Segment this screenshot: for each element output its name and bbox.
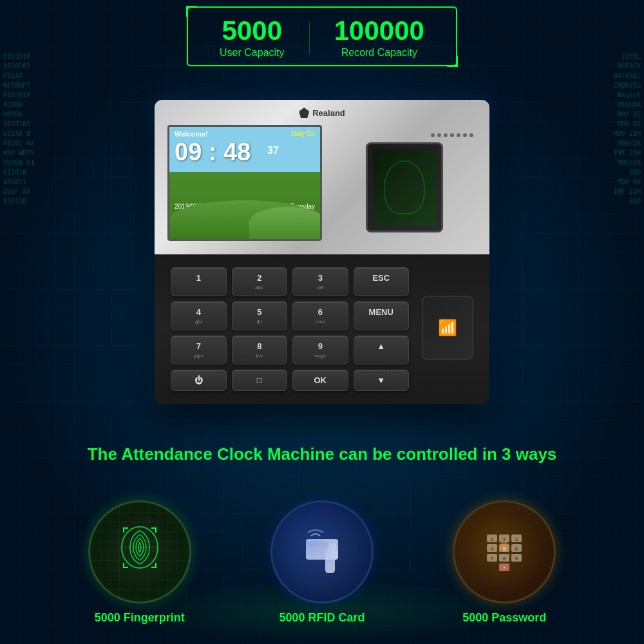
features-section: 5000 Fingerprint 5000 RFID Card: [48, 500, 596, 625]
feature-password: 1 2 3 4 5 6 7 8 9 * 5000 Password: [453, 500, 556, 625]
fp-dot-4: [450, 133, 454, 137]
password-circle: 1 2 3 4 5 6 7 8 9 *: [453, 500, 556, 603]
key-esc[interactable]: ESC: [354, 267, 410, 296]
fp-grid-svg: [90, 502, 190, 602]
key-3[interactable]: 3def: [292, 267, 348, 296]
fp-indicator-dots: [431, 133, 473, 137]
rfid-reader: 📶: [422, 296, 473, 360]
screen-seconds: 37: [267, 145, 279, 156]
record-capacity-number: 100000: [334, 17, 424, 44]
brand-area: Realand: [299, 108, 345, 118]
key-up[interactable]: ▲: [354, 336, 410, 365]
fp-dot-5: [457, 133, 460, 137]
user-capacity-item: 5000 User Capacity: [220, 17, 284, 59]
fp-dot-2: [437, 133, 441, 137]
capacity-box: 5000 User Capacity 100000 Record Capacit…: [187, 6, 457, 66]
fp-dot-6: [463, 133, 467, 137]
screen-welcome-text: Welcome!: [175, 130, 208, 138]
screen-duty-text: Duty On: [291, 130, 315, 137]
record-capacity-item: 100000 Record Capacity: [334, 17, 424, 59]
key-power[interactable]: ⏻: [171, 370, 227, 391]
password-label: 5000 Password: [462, 611, 546, 625]
fp-dot-1: [431, 133, 435, 137]
user-capacity-number: 5000: [222, 17, 282, 44]
record-capacity-label: Record Capacity: [341, 47, 417, 59]
fingerprint-sensor[interactable]: [366, 142, 443, 232]
brand-name: Realand: [312, 108, 345, 118]
code-overlay-right: IDEALDSFACKDATASECCODESEGBeginlDFOUAXROY…: [538, 52, 641, 206]
pw-glow: [455, 502, 554, 601]
fp-dot-3: [444, 133, 448, 137]
keypad: 1 2abc 3def ESC 4ghi 5jkl 6mno MENU 7pqr…: [171, 267, 409, 391]
brand-logo-icon: [299, 108, 309, 118]
user-capacity-label: User Capacity: [220, 47, 284, 59]
device: Realand Welcome! Duty On 09 : 48 37 2019…: [155, 100, 489, 404]
code-overlay-left: 01010101010101DSIAXWETBSFT01010104COOHH0…: [3, 52, 106, 206]
key-menu[interactable]: MENU: [354, 301, 410, 330]
key-9[interactable]: 9wxyz: [292, 336, 348, 365]
feature-fingerprint: 5000 Fingerprint: [88, 500, 191, 625]
device-container: Realand Welcome! Duty On 09 : 48 37 2019…: [142, 100, 502, 404]
feature-rfid: 5000 RFID Card: [270, 500, 374, 625]
svg-rect-0: [90, 502, 190, 602]
tagline: The Attendance Clock Machine can be cont…: [32, 444, 612, 464]
key-6[interactable]: 6mno: [292, 301, 348, 330]
fingerprint-circle: [88, 500, 191, 603]
key-1[interactable]: 1: [171, 267, 227, 296]
key-ok[interactable]: OK: [292, 370, 348, 391]
key-4[interactable]: 4ghi: [171, 301, 227, 330]
fp-dot-7: [469, 133, 473, 137]
capacity-divider: [309, 22, 310, 54]
screen-hill2: [249, 207, 322, 239]
fingerprint-sensor-area: [332, 133, 477, 232]
device-bottom-panel: 1 2abc 3def ESC 4ghi 5jkl 6mno MENU 7pqr…: [155, 254, 489, 404]
key-7[interactable]: 7pqrs: [171, 336, 227, 365]
device-top-panel: Realand Welcome! Duty On 09 : 48 37 2019…: [155, 100, 489, 254]
rfid-glow: [272, 502, 372, 601]
rfid-circle: [270, 500, 374, 603]
key-2[interactable]: 2abc: [232, 267, 288, 296]
key-8[interactable]: 8tuv: [232, 336, 288, 365]
screen-display: Welcome! Duty On 09 : 48 37 2019/01/01 T…: [169, 127, 320, 239]
device-screen: Welcome! Duty On 09 : 48 37 2019/01/01 T…: [167, 125, 322, 241]
capacity-section: 5000 User Capacity 100000 Record Capacit…: [187, 6, 457, 66]
rfid-label: 5000 RFID Card: [279, 611, 365, 625]
key-clear[interactable]: □: [232, 370, 288, 391]
screen-time-display: 09 : 48: [175, 140, 251, 164]
rfid-symbol: 📶: [438, 319, 457, 337]
fingerprint-label: 5000 Fingerprint: [95, 611, 185, 625]
key-down[interactable]: ▼: [354, 370, 410, 391]
key-5[interactable]: 5jkl: [232, 301, 288, 330]
